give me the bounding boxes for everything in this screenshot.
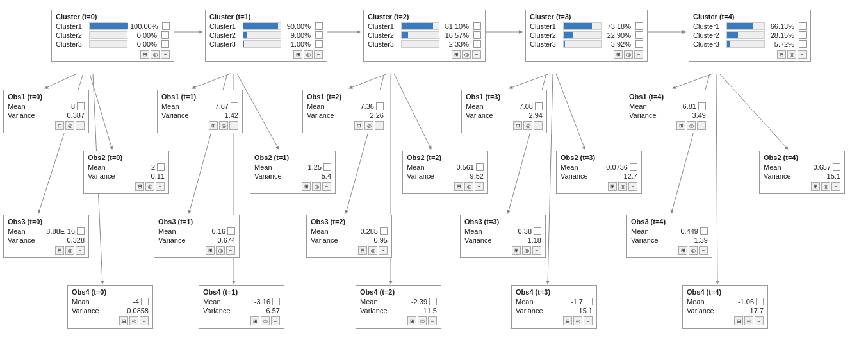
cluster-t0-grid-icon[interactable]: ⊞ — [140, 50, 149, 59]
obs2-t2-grid-icon[interactable]: ⊞ — [454, 182, 463, 191]
obs2-t3-minus-icon[interactable]: − — [628, 182, 637, 191]
obs4-t0-minus-icon[interactable]: − — [140, 316, 149, 325]
obs1-t1-eye-icon[interactable]: ◎ — [219, 121, 228, 130]
cluster-t4-minus-icon[interactable]: − — [798, 50, 807, 59]
obs1-t4-minus-icon[interactable]: − — [697, 121, 706, 130]
obs1-t0-eye-icon[interactable]: ◎ — [65, 121, 74, 130]
obs3-t1-eye-icon[interactable]: ◎ — [216, 246, 225, 255]
obs4-t0-eye-icon[interactable]: ◎ — [129, 316, 138, 325]
obs2-t0-eye-icon[interactable]: ◎ — [145, 182, 154, 191]
obs4-t3-eye-icon[interactable]: ◎ — [573, 316, 582, 325]
obs1-t2-mean-check[interactable] — [376, 102, 384, 110]
obs4-t0-grid-icon[interactable]: ⊞ — [119, 316, 128, 325]
obs2-t0-mean-check[interactable] — [157, 163, 165, 171]
obs1-t1-minus-icon[interactable]: − — [229, 121, 238, 130]
obs1-t4-eye-icon[interactable]: ◎ — [687, 121, 696, 130]
obs2-t2-mean-check[interactable] — [476, 163, 484, 171]
cluster-t2-check-2[interactable] — [473, 40, 481, 48]
obs3-t0-eye-icon[interactable]: ◎ — [65, 246, 74, 255]
obs1-t0-minus-icon[interactable]: − — [76, 121, 85, 130]
obs1-t4-mean-check[interactable] — [698, 102, 706, 110]
obs1-t3-mean-check[interactable] — [535, 102, 543, 110]
obs3-t3-mean-check[interactable] — [534, 227, 541, 235]
obs3-t3-eye-icon[interactable]: ◎ — [522, 246, 531, 255]
obs3-t2-mean-check[interactable] — [380, 227, 388, 235]
obs3-t4-minus-icon[interactable]: − — [699, 246, 708, 255]
obs3-t4-mean-check[interactable] — [700, 227, 708, 235]
obs2-t3-grid-icon[interactable]: ⊞ — [608, 182, 617, 191]
obs4-t2-eye-icon[interactable]: ◎ — [418, 316, 427, 325]
cluster-t2-eye-icon[interactable]: ◎ — [462, 50, 471, 59]
obs4-t2-mean-check[interactable] — [429, 298, 437, 305]
cluster-t3-grid-icon[interactable]: ⊞ — [614, 50, 623, 59]
obs3-t1-grid-icon[interactable]: ⊞ — [206, 246, 215, 255]
obs1-t3-grid-icon[interactable]: ⊞ — [513, 121, 522, 130]
obs3-t1-mean-check[interactable] — [227, 227, 235, 235]
obs3-t3-grid-icon[interactable]: ⊞ — [512, 246, 521, 255]
cluster-t1-check-0[interactable] — [315, 22, 323, 30]
obs3-t1-minus-icon[interactable]: − — [226, 246, 235, 255]
obs1-t3-eye-icon[interactable]: ◎ — [523, 121, 532, 130]
obs2-t4-mean-check[interactable] — [833, 163, 840, 171]
cluster-t2-minus-icon[interactable]: − — [472, 50, 481, 59]
cluster-t3-check-1[interactable] — [635, 31, 643, 39]
obs2-t0-grid-icon[interactable]: ⊞ — [135, 182, 144, 191]
obs4-t1-eye-icon[interactable]: ◎ — [261, 316, 270, 325]
obs2-t4-eye-icon[interactable]: ◎ — [821, 182, 830, 191]
obs4-t4-eye-icon[interactable]: ◎ — [744, 316, 753, 325]
obs1-t3-minus-icon[interactable]: − — [534, 121, 543, 130]
obs1-t1-mean-check[interactable] — [231, 102, 238, 110]
obs3-t2-eye-icon[interactable]: ◎ — [368, 246, 377, 255]
obs1-t2-grid-icon[interactable]: ⊞ — [354, 121, 363, 130]
obs3-t2-grid-icon[interactable]: ⊞ — [358, 246, 367, 255]
cluster-t0-minus-icon[interactable]: − — [161, 50, 170, 59]
cluster-t3-eye-icon[interactable]: ◎ — [624, 50, 633, 59]
obs2-t4-minus-icon[interactable]: − — [831, 182, 840, 191]
cluster-t0-check-2[interactable] — [161, 40, 169, 48]
obs4-t3-mean-check[interactable] — [585, 298, 593, 305]
obs2-t0-minus-icon[interactable]: − — [156, 182, 165, 191]
cluster-t1-grid-icon[interactable]: ⊞ — [293, 50, 302, 59]
obs4-t1-grid-icon[interactable]: ⊞ — [250, 316, 259, 325]
obs2-t2-eye-icon[interactable]: ◎ — [464, 182, 473, 191]
cluster-t3-check-0[interactable] — [635, 22, 643, 30]
cluster-t4-check-0[interactable] — [799, 22, 807, 30]
obs3-t0-minus-icon[interactable]: − — [76, 246, 85, 255]
cluster-t1-check-1[interactable] — [315, 31, 323, 39]
obs1-t4-grid-icon[interactable]: ⊞ — [676, 121, 685, 130]
obs1-t0-mean-check[interactable] — [77, 102, 85, 110]
obs4-t1-minus-icon[interactable]: − — [271, 316, 280, 325]
obs3-t0-grid-icon[interactable]: ⊞ — [55, 246, 64, 255]
cluster-t1-eye-icon[interactable]: ◎ — [304, 50, 313, 59]
cluster-t2-check-0[interactable] — [473, 22, 481, 30]
obs4-t3-grid-icon[interactable]: ⊞ — [563, 316, 572, 325]
obs1-t0-grid-icon[interactable]: ⊞ — [55, 121, 64, 130]
obs3-t4-eye-icon[interactable]: ◎ — [689, 246, 698, 255]
obs4-t4-grid-icon[interactable]: ⊞ — [734, 316, 743, 325]
obs4-t4-mean-check[interactable] — [756, 298, 764, 305]
cluster-t3-minus-icon[interactable]: − — [634, 50, 643, 59]
cluster-t4-eye-icon[interactable]: ◎ — [787, 50, 796, 59]
obs2-t1-minus-icon[interactable]: − — [322, 182, 331, 191]
cluster-t1-minus-icon[interactable]: − — [314, 50, 323, 59]
obs2-t3-eye-icon[interactable]: ◎ — [618, 182, 627, 191]
cluster-t0-check-0[interactable] — [162, 22, 170, 30]
obs3-t4-grid-icon[interactable]: ⊞ — [678, 246, 687, 255]
obs4-t2-minus-icon[interactable]: − — [428, 316, 437, 325]
cluster-t4-check-1[interactable] — [799, 31, 807, 39]
obs4-t0-mean-check[interactable] — [141, 298, 149, 305]
obs2-t1-mean-check[interactable] — [323, 163, 331, 171]
cluster-t4-check-2[interactable] — [799, 40, 807, 48]
obs2-t3-mean-check[interactable] — [630, 163, 637, 171]
cluster-t4-grid-icon[interactable]: ⊞ — [777, 50, 786, 59]
obs1-t1-grid-icon[interactable]: ⊞ — [209, 121, 218, 130]
cluster-t1-check-2[interactable] — [315, 40, 323, 48]
obs4-t1-mean-check[interactable] — [272, 298, 280, 305]
obs3-t2-minus-icon[interactable]: − — [379, 246, 388, 255]
obs4-t3-minus-icon[interactable]: − — [584, 316, 593, 325]
obs1-t2-minus-icon[interactable]: − — [375, 121, 384, 130]
obs4-t2-grid-icon[interactable]: ⊞ — [407, 316, 416, 325]
obs3-t3-minus-icon[interactable]: − — [532, 246, 541, 255]
obs2-t1-eye-icon[interactable]: ◎ — [312, 182, 321, 191]
obs2-t1-grid-icon[interactable]: ⊞ — [302, 182, 311, 191]
